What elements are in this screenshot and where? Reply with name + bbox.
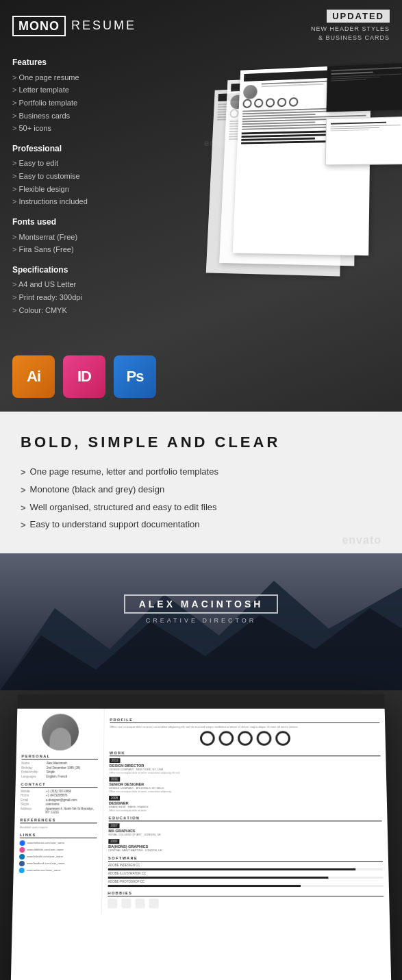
resume-row: Languages English, French [21,775,98,778]
hobby-icon [149,899,159,908]
resume-row: Relationship Single [21,770,98,774]
doc-layer-card-dark [326,63,402,112]
resume-row: Mobile +1 (718) 707-0060 [21,790,97,793]
list-item: Instructions included [12,195,156,208]
timeline-item: 2000 BA(HONS) GRAPHICS CENTRAL SAINT MAR… [108,839,383,852]
logo-resume: RESUME [71,18,136,33]
fonts-list: Montserrat (Free) Fira Sans (Free) [12,231,156,256]
mountain-background: ALEX MACINTOSH CREATIVE DIRECTOR [0,553,402,690]
section-personal: PERSONAL [21,754,98,759]
hobby-icon [135,899,145,908]
section-profile: PROFILE [110,718,379,723]
section-hobbies: HOBBIES [108,891,384,896]
updated-label: UPDATED [327,10,390,23]
app-icons-row: Ai ID Ps [0,343,402,412]
timeline-item: 2013 DESIGN DIRECTOR DESIGN COMPANY · NE… [110,758,381,774]
bar-label: ADOBE INDESIGN CC [108,864,383,867]
doc-layer-card-light [325,116,402,165]
list-item: Colour: CMYK [12,304,156,317]
list-item: Letter template [12,84,156,97]
bar-track [108,885,384,887]
list-item: A4 and US Letter [12,278,156,291]
link-row: www.twitter.com/user_name [19,867,97,872]
bar-label: ADOBE PHOTOSHOP CC [108,880,384,883]
list-item: Montserrat (Free) [12,231,156,244]
preview-area: envato [163,55,390,343]
list-item: One page resume, letter and portfolio te… [21,464,381,481]
profile-text: Office non consequat dolor sit amet, con… [110,725,379,729]
logo-mono: MONO [12,16,66,36]
app-icon-illustrator: Ai [12,355,55,398]
resume-doc-topbar [17,694,384,709]
skill-circle [238,731,253,745]
list-item: 50+ icons [12,122,156,135]
references-text: Available upon request [20,825,97,829]
bar-fill [108,885,301,887]
list-item: Print ready: 300dpi [12,291,156,304]
timeline-item: 2008 DESIGNER BRAND NEW · PARIS, FRANCE … [109,796,381,812]
resume-doc-wrapper: PERSONAL Name Alex Macintosh Birthday 2n… [0,690,402,980]
app-icon-photoshop: Ps [114,355,156,398]
list-item: Flexible design [12,183,156,196]
resume-row: Home +1 6473205876 [21,794,97,797]
fonts-title: Fonts used [12,215,156,229]
work-desc: Office non consequat dolor sit amet, con… [109,790,381,793]
resume-left-column: PERSONAL Name Alex Macintosh Birthday 2n… [12,709,105,914]
resume-photo [41,714,79,750]
features-title: Features [12,55,156,69]
link-row: www.dribbble.com/user_name [19,847,97,853]
section-contact: CONTACT [21,782,98,788]
section-work: WORK [110,751,381,756]
updated-sub: NEW HEADER STYLES & BUSINESS CARDS [311,25,390,42]
list-item: Easy to understand support documentation [21,516,381,534]
watermark-middle: envato [342,534,381,546]
top-section: MONO RESUME UPDATED NEW HEADER STYLES & … [0,0,402,412]
work-desc: Office non consequat dolor sit amet, con… [110,772,381,775]
timeline-item: 2007 MA GRAPHICS ROYAL COLLEGE OF ART · … [108,823,382,836]
link-row: www.linkedin.com/user_name [19,853,97,859]
hobbies-icons [108,899,384,908]
list-item: Monotone (black and grey) design [21,481,381,499]
resume-right-column: PROFILE Office non consequat dolor sit a… [102,709,390,914]
features-list: One page resume Letter template Portfoli… [12,71,156,135]
skill-circle [218,731,234,745]
twitter-icon [19,867,25,872]
bar-track [108,877,384,879]
bold-title: BOLD, SIMPLE AND CLEAR [21,434,381,451]
list-item: Portfolio template [12,97,156,110]
linkedin-icon [19,853,25,859]
list-item: Business cards [12,110,156,123]
list-item: Easy to edit [12,157,156,170]
section-software: SOFTWARE [108,856,383,862]
resume-name: ALEX MACINTOSH [124,594,279,614]
link-row: www.facebook.com/user_name [19,860,97,866]
resume-row: Address Apartment 4, North 5th St Brookl… [21,807,97,814]
skill-circle [275,731,290,745]
specifications-title: Specifications [12,263,156,277]
skill-circle [256,731,271,745]
resume-header-overlay: ALEX MACINTOSH CREATIVE DIRECTOR [0,594,402,624]
skill-circles [110,731,380,745]
resume-row: Email a.designer@gmail.com [21,798,97,801]
resume-row: Name Alex Macintosh [21,762,98,765]
resume-row: Skype username [21,803,97,806]
list-item: Well organised, structured and easy to e… [21,499,381,517]
software-bars: ADOBE INDESIGN CC ADOBE ILLUSTRATOR CC A… [108,864,384,887]
dribbble-icon [19,847,25,853]
section-education: EDUCATION [109,816,382,821]
header-bar: MONO RESUME UPDATED NEW HEADER STYLES & … [0,0,402,49]
resume-job-title: CREATIVE DIRECTOR [0,617,402,624]
work-desc: Office non consequat dolor sit amet. [109,809,381,812]
skill-circle [200,731,215,745]
top-content: Features One page resume Letter template… [0,49,402,343]
resume-photo-figure [49,728,71,751]
timeline-item: 2011 SENIOR DESIGNER DESIGN COMPANY · BR… [109,777,381,793]
updated-badge: UPDATED NEW HEADER STYLES & BUSINESS CAR… [311,10,390,42]
bottom-section: ALEX MACINTOSH CREATIVE DIRECTOR PERSONA… [0,553,402,980]
feature-list: One page resume, letter and portfolio te… [21,464,381,534]
behance-icon [20,840,25,846]
resume-doc-body: PERSONAL Name Alex Macintosh Birthday 2n… [12,709,390,914]
middle-section: envato BOLD, SIMPLE AND CLEAR One page r… [0,412,402,553]
hobby-icon [108,899,117,908]
doc-layers [190,63,402,344]
